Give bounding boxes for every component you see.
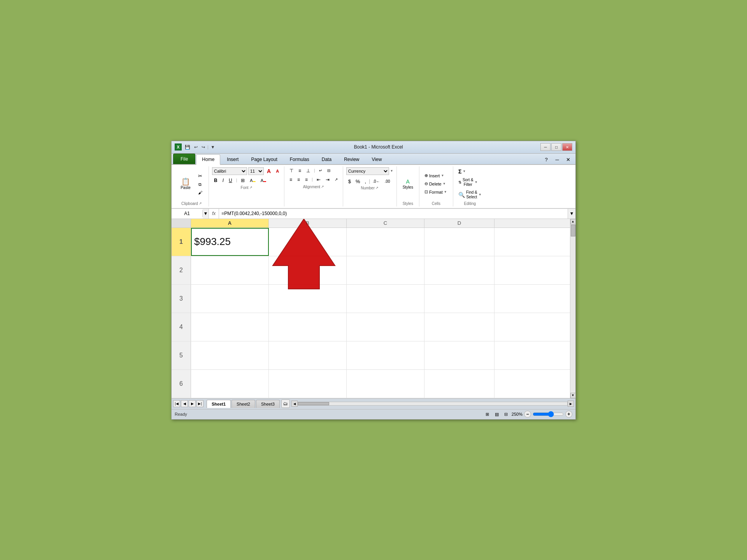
cell-B6[interactable] [269, 370, 347, 398]
vertical-scrollbar[interactable]: ▲ ▼ [570, 219, 575, 398]
tab-data[interactable]: Data [316, 154, 337, 164]
tab-formulas[interactable]: Formulas [284, 154, 315, 164]
number-expand-icon[interactable]: ↗ [375, 186, 379, 190]
cell-C6[interactable] [347, 370, 424, 398]
decrease-font-button[interactable]: A [274, 168, 281, 174]
clipboard-expand-icon[interactable]: ↗ [199, 201, 202, 205]
row-header-1[interactable]: 1 [172, 228, 191, 256]
cell-A3[interactable] [191, 285, 269, 313]
insert-cells-button[interactable]: ⊕ Insert ▼ [423, 172, 450, 179]
styles-button[interactable]: A Styles [400, 177, 416, 191]
increase-font-button[interactable]: A [265, 167, 273, 175]
tab-page-layout[interactable]: Page Layout [245, 154, 283, 164]
font-expand-icon[interactable]: ↗ [249, 186, 253, 189]
sheet-tab-sheet1[interactable]: Sheet1 [207, 400, 231, 408]
merge-center-button[interactable]: ⊟ [325, 168, 332, 173]
col-header-D[interactable]: D [424, 219, 494, 228]
find-select-button[interactable]: 🔍 Find & Select ▼ [456, 189, 484, 201]
cell-C5[interactable] [347, 341, 424, 369]
cell-B2[interactable] [269, 256, 347, 284]
sheet-tab-sheet3[interactable]: Sheet3 [256, 400, 280, 408]
close-ribbon-icon[interactable]: ✕ [564, 156, 572, 164]
cell-C2[interactable] [347, 256, 424, 284]
decrease-indent-button[interactable]: ⇤ [315, 176, 323, 183]
comma-button[interactable]: , [363, 178, 368, 185]
wrap-text-button[interactable]: ↵ [317, 168, 324, 173]
format-cells-button[interactable]: ⊡ Format ▼ [423, 188, 450, 196]
format-painter-button[interactable]: 🖌 [195, 189, 205, 196]
save-quickaccess-button[interactable]: 💾 [183, 144, 192, 150]
tab-file[interactable]: File [173, 154, 195, 164]
fx-button[interactable]: fx [209, 209, 219, 219]
increase-decimal-button[interactable]: .00 [383, 178, 392, 184]
paste-button[interactable]: 📋 Paste [178, 176, 193, 192]
fill-color-button[interactable]: A▬ [248, 177, 257, 184]
alignment-expand-icon[interactable]: ↗ [321, 185, 324, 189]
align-center-button[interactable]: ≡ [295, 176, 302, 183]
zoom-slider[interactable] [533, 412, 564, 416]
cell-A2[interactable] [191, 256, 269, 284]
font-name-select[interactable]: Calibri [212, 167, 247, 175]
col-header-B[interactable]: B [269, 219, 347, 228]
tab-view[interactable]: View [366, 154, 388, 164]
customize-qa-button[interactable]: ▼ [209, 144, 217, 150]
delete-cells-button[interactable]: ⊖ Delete ▼ [423, 180, 450, 187]
align-right-button[interactable]: ≡ [303, 176, 310, 183]
cell-B3[interactable] [269, 285, 347, 313]
cell-A4[interactable] [191, 313, 269, 341]
cell-C4[interactable] [347, 313, 424, 341]
normal-view-button[interactable]: ⊞ [484, 411, 491, 418]
font-color-button[interactable]: A▬ [259, 177, 268, 184]
cell-D3[interactable] [424, 285, 494, 313]
increase-indent-button[interactable]: ⇥ [324, 176, 331, 183]
scroll-left-button[interactable]: ◀ [291, 401, 298, 407]
tab-home[interactable]: Home [196, 154, 220, 165]
minimize-ribbon-icon[interactable]: ─ [553, 156, 561, 164]
new-sheet-button[interactable]: 🗂 [281, 399, 290, 408]
cell-C1[interactable] [347, 228, 424, 256]
page-layout-view-button[interactable]: ▤ [493, 411, 501, 418]
row-header-6[interactable]: 6 [172, 370, 191, 398]
row-header-5[interactable]: 5 [172, 341, 191, 369]
col-header-C[interactable]: C [347, 219, 424, 228]
sort-filter-button[interactable]: ⇅ Sort & Filter ▼ [456, 177, 484, 188]
close-button[interactable]: ✕ [562, 143, 572, 151]
cell-A1[interactable]: $993.25 [191, 228, 269, 256]
scroll-up-button[interactable]: ▲ [570, 219, 576, 224]
italic-button[interactable]: I [221, 177, 226, 184]
underline-button[interactable]: U [227, 177, 234, 184]
row-header-2[interactable]: 2 [172, 256, 191, 284]
undo-button[interactable]: ↩ [193, 144, 199, 150]
cell-B1[interactable] [269, 228, 347, 256]
number-format-select[interactable]: Currency [346, 167, 389, 175]
scroll-thumb[interactable] [571, 225, 575, 236]
col-header-A[interactable]: A [191, 219, 269, 228]
page-break-view-button[interactable]: ⊟ [502, 411, 510, 418]
cell-A6[interactable] [191, 370, 269, 398]
cell-B5[interactable] [269, 341, 347, 369]
align-bottom-button[interactable]: ⊥ [304, 167, 312, 174]
decrease-decimal-button[interactable]: .0← [371, 178, 382, 184]
cell-B4[interactable] [269, 313, 347, 341]
formula-bar-scroll[interactable]: ▼ [568, 209, 575, 219]
name-box[interactable]: A1 [172, 210, 203, 217]
zoom-out-button[interactable]: − [524, 411, 531, 418]
percent-button[interactable]: % [354, 178, 362, 185]
tab-insert[interactable]: Insert [221, 154, 244, 164]
cell-D6[interactable] [424, 370, 494, 398]
sheet-prev-button[interactable]: ◀ [181, 400, 188, 407]
align-middle-button[interactable]: ≡ [296, 167, 303, 174]
sheet-last-button[interactable]: ▶| [196, 400, 203, 407]
cut-button[interactable]: ✂ [195, 172, 205, 180]
sheet-next-button[interactable]: ▶ [189, 400, 196, 407]
cell-D5[interactable] [424, 341, 494, 369]
border-button[interactable]: ⊞ [239, 177, 247, 184]
row-header-3[interactable]: 3 [172, 285, 191, 313]
sheet-tab-sheet2[interactable]: Sheet2 [231, 400, 255, 408]
help-icon[interactable]: ? [542, 156, 551, 164]
cell-D4[interactable] [424, 313, 494, 341]
formula-input[interactable] [219, 210, 568, 217]
align-top-button[interactable]: ⊤ [288, 167, 295, 174]
cell-C3[interactable] [347, 285, 424, 313]
name-box-dropdown[interactable]: ▼ [203, 209, 209, 219]
